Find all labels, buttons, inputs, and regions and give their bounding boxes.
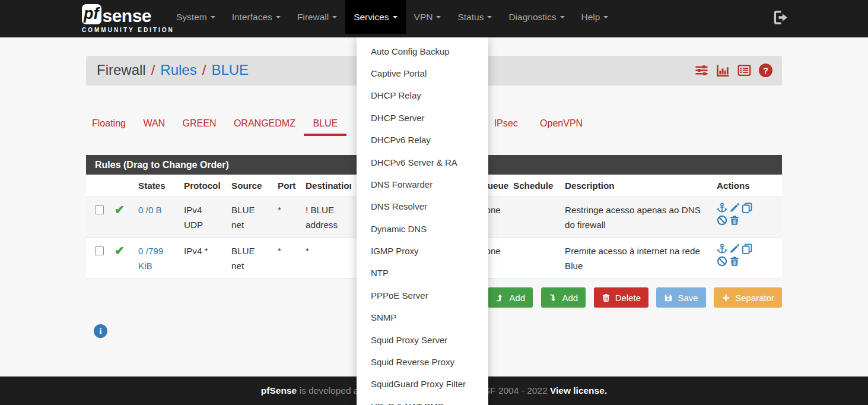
edit-icon[interactable] bbox=[729, 243, 740, 254]
dropdown-menu-item[interactable]: DNS Resolver bbox=[357, 196, 488, 218]
menu-item[interactable]: Diagnostics bbox=[500, 0, 573, 34]
dropdown-menu-item[interactable]: DHCP Relay bbox=[357, 85, 488, 107]
delete-icon[interactable] bbox=[729, 256, 740, 267]
tab[interactable]: OpenVPN bbox=[531, 110, 592, 136]
dropdown-menu-item[interactable]: DNS Forwarder bbox=[357, 173, 488, 195]
tab-label: ORANGEDMZ bbox=[234, 118, 295, 128]
chevron-down-icon bbox=[560, 16, 565, 18]
breadcrumb-link-rules[interactable]: Rules bbox=[160, 62, 196, 78]
menu-item[interactable]: Services bbox=[345, 0, 405, 34]
tab[interactable]: WAN bbox=[134, 110, 174, 136]
column-header: Description bbox=[560, 175, 712, 197]
dropdown-menu-item[interactable]: Captive Portal bbox=[357, 62, 488, 84]
copy-icon[interactable] bbox=[742, 243, 752, 254]
dropdown-menu-item[interactable]: Dynamic DNS bbox=[357, 218, 488, 240]
row-actions bbox=[717, 243, 758, 268]
chevron-down-icon bbox=[393, 16, 398, 18]
info-icon[interactable]: i bbox=[94, 324, 107, 338]
services-dropdown-menu: Auto Config Backup Captive Portal DHCP R… bbox=[357, 37, 488, 405]
help-icon[interactable]: ? bbox=[759, 64, 772, 77]
dropdown-menu-item[interactable]: DHCP Server bbox=[357, 107, 488, 129]
pass-check-icon: ✔ bbox=[115, 203, 125, 216]
delete-icon[interactable] bbox=[729, 215, 740, 226]
tab[interactable]: ORANGEDMZ bbox=[225, 110, 304, 136]
separator-button[interactable]: Separator bbox=[714, 287, 782, 308]
dropdown-menu-item[interactable]: Auto Config Backup bbox=[357, 40, 488, 62]
dropdown-menu-item[interactable]: SNMP bbox=[357, 307, 488, 329]
breadcrumb-current[interactable]: BLUE bbox=[211, 62, 249, 78]
breadcrumb-separator: / bbox=[202, 62, 206, 78]
dropdown-menu-item[interactable]: SquidGuard Proxy Filter bbox=[357, 374, 488, 395]
menu-item-label: Firewall bbox=[297, 12, 329, 23]
menu-item[interactable]: Firewall bbox=[289, 0, 345, 34]
sliders-icon[interactable] bbox=[695, 64, 708, 77]
main-menu: System Interfaces Firewall Services VPN bbox=[168, 0, 616, 34]
ban-icon[interactable] bbox=[717, 215, 727, 226]
edit-icon[interactable] bbox=[729, 202, 740, 213]
menu-item[interactable]: Interfaces bbox=[224, 0, 289, 34]
tab-label: Floating bbox=[92, 118, 126, 128]
dropdown-menu-item[interactable]: UPnP & NAT-PMP bbox=[357, 395, 488, 405]
dropdown-menu-item[interactable]: PPPoE Server bbox=[357, 284, 488, 306]
menu-item-label: VPN bbox=[414, 12, 433, 23]
tab[interactable]: GREEN bbox=[174, 110, 225, 136]
destination-cell: ! BLUE address bbox=[301, 197, 351, 238]
column-header bbox=[110, 175, 133, 197]
trash-icon bbox=[602, 293, 611, 302]
menu-item[interactable]: Status bbox=[449, 0, 500, 34]
protocol-cell: IPv4 UDP bbox=[179, 197, 227, 238]
pfsense-logo[interactable]: pf sense COMMUNITY EDITION bbox=[82, 4, 174, 33]
tab-label: BLUE bbox=[313, 118, 338, 128]
pass-check-icon: ✔ bbox=[115, 244, 125, 257]
ban-icon[interactable] bbox=[717, 256, 727, 267]
column-header: Protocol bbox=[179, 175, 227, 197]
anchor-icon[interactable] bbox=[717, 202, 727, 213]
column-header bbox=[86, 175, 110, 197]
anchor-icon[interactable] bbox=[717, 243, 727, 254]
dropdown-menu-item[interactable]: NTP bbox=[357, 262, 488, 284]
logo-text: sense bbox=[102, 8, 151, 25]
column-header: Actions bbox=[712, 175, 782, 197]
log-list-icon[interactable] bbox=[737, 64, 751, 77]
chart-icon[interactable] bbox=[716, 64, 730, 77]
schedule-cell bbox=[508, 238, 560, 279]
tab[interactable]: IPsec bbox=[485, 110, 527, 136]
chevron-down-icon bbox=[276, 16, 281, 18]
protocol-cell: IPv4 * bbox=[179, 238, 227, 279]
menu-item-label: Diagnostics bbox=[508, 12, 556, 23]
add-rule-bottom-button[interactable]: Add bbox=[541, 287, 586, 308]
menu-item[interactable]: System bbox=[168, 0, 224, 34]
menu-item[interactable]: VPN bbox=[406, 0, 450, 34]
page-header-icons: ? bbox=[695, 64, 772, 77]
menu-item[interactable]: Help bbox=[573, 0, 617, 34]
dropdown-menu-item[interactable]: Squid Reverse Proxy bbox=[357, 351, 488, 373]
dropdown-menu-item[interactable]: DHCPv6 Relay bbox=[357, 129, 488, 151]
tab-label: IPsec bbox=[494, 118, 518, 128]
states-link[interactable]: 0 /799 KiB bbox=[138, 246, 163, 271]
top-navbar: pf sense COMMUNITY EDITION System Interf… bbox=[0, 0, 868, 37]
dropdown-menu-item[interactable]: DHCPv6 Server & RA bbox=[357, 151, 488, 173]
menu-item-label: Interfaces bbox=[232, 12, 272, 23]
menu-item-label: Help bbox=[581, 12, 600, 23]
save-button[interactable]: Save bbox=[656, 287, 705, 308]
level-down-icon bbox=[549, 293, 558, 302]
logo-subtitle: COMMUNITY EDITION bbox=[82, 27, 174, 33]
row-checkbox[interactable] bbox=[95, 205, 104, 214]
tab-label: OpenVPN bbox=[540, 118, 583, 128]
sign-out-icon[interactable] bbox=[773, 10, 789, 26]
menu-item-label: Services bbox=[354, 12, 389, 23]
copy-icon[interactable] bbox=[742, 202, 752, 213]
source-port-cell: * bbox=[273, 238, 301, 279]
add-rule-top-button[interactable]: Add bbox=[488, 287, 533, 308]
button-label: Separator bbox=[735, 293, 774, 303]
footer-license-link[interactable]: View license. bbox=[550, 385, 607, 395]
chevron-down-icon bbox=[332, 16, 337, 18]
delete-button[interactable]: Delete bbox=[594, 287, 648, 308]
row-checkbox[interactable] bbox=[95, 246, 104, 255]
tab[interactable]: Floating bbox=[83, 110, 135, 136]
dropdown-menu-item[interactable]: IGMP Proxy bbox=[357, 240, 488, 262]
dropdown-menu-item[interactable]: Squid Proxy Server bbox=[357, 329, 488, 351]
tab[interactable]: BLUE bbox=[304, 110, 346, 136]
states-link[interactable]: 0 /0 B bbox=[138, 205, 162, 215]
column-header: Destination bbox=[301, 175, 351, 197]
